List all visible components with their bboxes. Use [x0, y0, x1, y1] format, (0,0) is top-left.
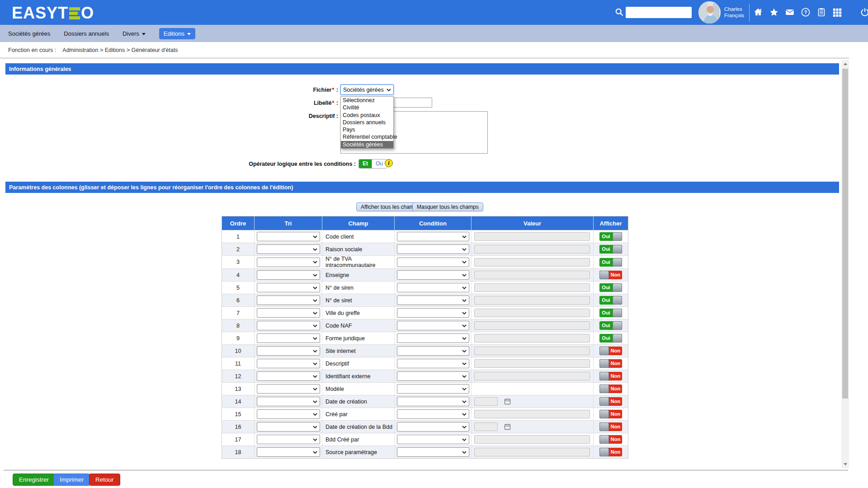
- afficher-toggle[interactable]: Oui: [599, 258, 622, 267]
- operator-et-button[interactable]: Et: [359, 160, 372, 168]
- condition-select[interactable]: [397, 232, 469, 241]
- afficher-toggle[interactable]: Oui: [599, 296, 622, 305]
- scrollbar-thumb[interactable]: [842, 69, 848, 399]
- table-row[interactable]: 17Bdd Créé parNon: [222, 433, 628, 446]
- afficher-toggle[interactable]: Non: [599, 435, 622, 444]
- afficher-toggle[interactable]: Non: [599, 448, 622, 456]
- condition-select[interactable]: [397, 333, 469, 343]
- fichier-select[interactable]: Sociétés gérées: [340, 84, 394, 95]
- afficher-toggle[interactable]: Oui: [599, 334, 622, 343]
- afficher-toggle[interactable]: Oui: [599, 321, 622, 330]
- table-row[interactable]: 14Date de créationNon: [222, 395, 628, 408]
- tri-select[interactable]: [257, 422, 320, 432]
- tri-select[interactable]: [257, 346, 320, 356]
- dropdown-option-0[interactable]: Sélectionnez: [341, 97, 393, 104]
- dropdown-option-1[interactable]: Civilité: [341, 104, 393, 111]
- table-row[interactable]: 15Créé parNon: [222, 408, 628, 420]
- user-avatar[interactable]: [698, 1, 721, 23]
- condition-select[interactable]: [397, 296, 469, 305]
- tri-select[interactable]: [257, 258, 320, 267]
- tri-select[interactable]: [257, 409, 320, 419]
- table-row[interactable]: 13ModèleNon: [222, 382, 628, 395]
- table-row[interactable]: 6N° de siretOui: [222, 294, 628, 306]
- tri-select[interactable]: [257, 447, 320, 457]
- afficher-toggle[interactable]: Oui: [599, 245, 622, 253]
- condition-select[interactable]: [397, 359, 469, 368]
- afficher-toggle[interactable]: Non: [599, 410, 622, 418]
- afficher-toggle[interactable]: Non: [599, 347, 622, 355]
- afficher-toggle[interactable]: Non: [599, 385, 622, 393]
- dropdown-option-3[interactable]: Dossiers annuels: [341, 119, 393, 126]
- condition-select[interactable]: [397, 447, 469, 457]
- logout-power-icon[interactable]: [860, 7, 868, 17]
- tri-select[interactable]: [257, 333, 320, 343]
- back-button[interactable]: Retour: [89, 474, 120, 486]
- table-row[interactable]: 9Forme juridiqueOui: [222, 332, 628, 344]
- favorites-star-icon[interactable]: [769, 7, 779, 17]
- nav-item-1[interactable]: Dossiers annuels: [64, 30, 109, 37]
- dropdown-option-5[interactable]: Référentiel comptable: [341, 133, 393, 141]
- afficher-toggle[interactable]: Non: [599, 359, 622, 368]
- tri-select[interactable]: [257, 283, 320, 292]
- condition-select[interactable]: [397, 258, 469, 267]
- dropdown-option-2[interactable]: Codes postaux: [341, 112, 393, 119]
- table-row[interactable]: 18Source paramétrageNon: [222, 446, 628, 458]
- condition-select[interactable]: [397, 244, 469, 254]
- table-row[interactable]: 16Date de création de la BddNon: [222, 420, 628, 433]
- table-row[interactable]: 4EnseigneNon: [222, 268, 628, 281]
- tri-select[interactable]: [257, 308, 320, 318]
- tri-select[interactable]: [257, 359, 320, 368]
- save-button[interactable]: Enregistrer: [13, 474, 55, 486]
- info-icon[interactable]: i: [385, 159, 393, 167]
- scrollbar-down-arrow[interactable]: [841, 460, 849, 468]
- scrollbar-up-arrow[interactable]: [841, 60, 849, 68]
- afficher-toggle[interactable]: Oui: [599, 283, 622, 292]
- easyteo-logo[interactable]: EASYT O: [12, 4, 94, 23]
- print-button[interactable]: Imprimer: [53, 474, 90, 486]
- tri-select[interactable]: [257, 435, 320, 444]
- dropdown-option-4[interactable]: Pays: [341, 126, 393, 133]
- condition-select[interactable]: [397, 308, 469, 318]
- tri-select[interactable]: [257, 321, 320, 330]
- help-icon[interactable]: ?: [801, 7, 811, 17]
- table-row[interactable]: 11DescriptifNon: [222, 357, 628, 370]
- tri-select[interactable]: [257, 371, 320, 381]
- condition-select[interactable]: [397, 346, 469, 356]
- nav-item-3[interactable]: Editions: [159, 28, 195, 39]
- apps-grid-icon[interactable]: [832, 7, 842, 17]
- tri-select[interactable]: [257, 397, 320, 406]
- tri-select[interactable]: [257, 296, 320, 305]
- afficher-toggle[interactable]: Non: [599, 422, 622, 431]
- tri-select[interactable]: [257, 384, 320, 394]
- table-row[interactable]: 12Identifiant externeNon: [222, 370, 628, 382]
- condition-select[interactable]: [397, 409, 469, 419]
- afficher-toggle[interactable]: Non: [599, 271, 622, 279]
- table-row[interactable]: 3N° de TVA intracommunautaireOui: [222, 255, 628, 268]
- hide-all-fields-button[interactable]: Masquer tous les champs: [412, 202, 483, 211]
- condition-select[interactable]: [397, 422, 469, 432]
- table-row[interactable]: 8Code NAFOui: [222, 319, 628, 332]
- tri-select[interactable]: [257, 244, 320, 254]
- search-input[interactable]: [626, 7, 692, 18]
- condition-select[interactable]: [397, 384, 469, 394]
- table-row[interactable]: 7Ville du greffeOui: [222, 306, 628, 319]
- table-row[interactable]: 5N° de sirenOui: [222, 281, 628, 294]
- tri-select[interactable]: [257, 232, 320, 241]
- afficher-toggle[interactable]: Oui: [599, 309, 622, 317]
- home-icon[interactable]: [753, 7, 763, 17]
- clipboard-icon[interactable]: [816, 7, 826, 17]
- vertical-scrollbar[interactable]: [841, 60, 849, 468]
- tri-select[interactable]: [257, 270, 320, 280]
- condition-select[interactable]: [397, 283, 469, 292]
- operator-ou-button[interactable]: Ou: [372, 160, 387, 168]
- afficher-toggle[interactable]: Oui: [599, 232, 622, 241]
- mail-icon[interactable]: [785, 7, 795, 17]
- table-row[interactable]: 10Site internetNon: [222, 344, 628, 357]
- condition-select[interactable]: [397, 435, 469, 444]
- nav-item-0[interactable]: Sociétés gérées: [8, 30, 50, 37]
- nav-item-2[interactable]: Divers: [123, 30, 146, 37]
- condition-select[interactable]: [397, 371, 469, 381]
- dropdown-option-6[interactable]: Sociétés gérées: [341, 141, 393, 148]
- condition-select[interactable]: [397, 397, 469, 406]
- table-row[interactable]: 2Raison socialeOui: [222, 243, 628, 255]
